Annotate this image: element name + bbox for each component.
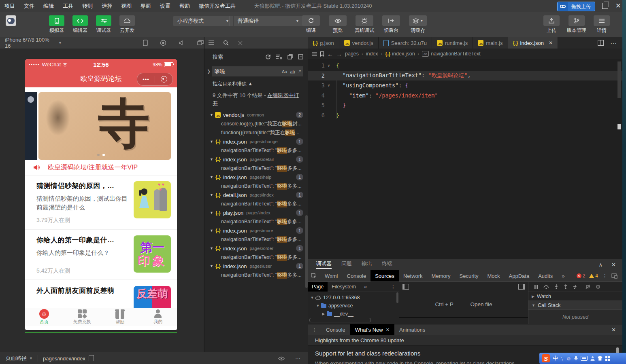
- menu-视图[interactable]: 视图: [117, 0, 136, 12]
- ime-account-icon[interactable]: [590, 356, 595, 361]
- pause-on-exceptions-icon[interactable]: [596, 284, 600, 289]
- split-editor-icon[interactable]: [598, 40, 604, 46]
- devtools-tab-AppData[interactable]: AppData: [505, 270, 534, 281]
- menu-文件[interactable]: 文件: [19, 0, 39, 12]
- ime-toolbar[interactable]: S 中 ’, ☺: [539, 353, 626, 364]
- 切后台-button[interactable]: 切后台: [381, 15, 402, 34]
- hide-sidebar-icon[interactable]: [402, 284, 409, 290]
- sources-tab-»[interactable]: »: [360, 282, 371, 292]
- devtools-tab-Sources[interactable]: Sources: [370, 270, 399, 281]
- collapse-panel-icon[interactable]: ∧: [599, 262, 603, 268]
- show-debugpane-icon[interactable]: [518, 284, 525, 290]
- code-line-5[interactable]: 5}: [308, 100, 622, 110]
- result-file-row[interactable]: ▼{..}index.jsonpages\help1: [204, 173, 308, 182]
- open-in-editor-icon[interactable]: [287, 54, 293, 60]
- sidebar-menu-icon[interactable]: ⋮: [391, 284, 399, 290]
- ime-emoji-icon[interactable]: ☺: [566, 356, 571, 362]
- git-mode-icon[interactable]: [238, 40, 243, 46]
- 详情-button[interactable]: 详情: [592, 15, 611, 34]
- tree-node-__dev__[interactable]: ▶__dev__: [308, 310, 399, 318]
- multi-window-icon[interactable]: [197, 40, 204, 46]
- quiz-card[interactable]: 你给人的第一印象是什… 你给人的第一印象是什么？ 5.42万人在测 第一 印象: [25, 230, 177, 280]
- menu-界面[interactable]: 界面: [136, 0, 155, 12]
- fold-icon[interactable]: ∨: [325, 63, 333, 68]
- result-file-row[interactable]: ▼{..}play.jsonpages\index1: [204, 208, 308, 217]
- announcement-bar[interactable]: 欧皇源码论坛/注册就送一年VIP: [25, 160, 177, 175]
- nav-back-icon[interactable]: ←: [327, 51, 333, 57]
- tree-node-127.0.0.1:65368[interactable]: ▼127.0.0.1:65368: [308, 294, 399, 302]
- copy-path-icon[interactable]: [89, 356, 94, 361]
- scheme-dropdown[interactable]: 小程序模式▼: [173, 16, 233, 26]
- result-match-row[interactable]: console.log(e),{title:"我正在哆啦封...: [204, 119, 308, 128]
- match-case-toggle[interactable]: Aa: [282, 69, 287, 74]
- step-over-icon[interactable]: [543, 285, 549, 289]
- devtools-tab-Mock[interactable]: Mock: [483, 270, 505, 281]
- breadcrumb-item-navigationBarTitleText[interactable]: abnavigationBarTitleText: [422, 51, 481, 57]
- breadcrumb-item-pages[interactable]: pages: [345, 51, 359, 57]
- drawer-tab-Animations[interactable]: Animations: [394, 324, 430, 335]
- ime-keyboard-icon[interactable]: [581, 356, 588, 361]
- result-match-row[interactable]: navigationBarTitleText": "哆啦多多...: [204, 146, 308, 155]
- refresh-results-icon[interactable]: [265, 54, 271, 60]
- tree-vscrollbar[interactable]: [396, 292, 398, 303]
- remote-device-icon[interactable]: [611, 273, 617, 279]
- result-match-row[interactable]: navigationBarTitleText": "哆啦多多...: [204, 199, 308, 208]
- editor-tab-main.js[interactable]: JSmain.js: [473, 37, 508, 49]
- 调试器-button[interactable]: 调试器: [94, 15, 113, 34]
- result-match-row[interactable]: navigationBarTitleText": "哆啦多多...: [204, 235, 308, 244]
- ime-skin-icon[interactable]: [598, 356, 603, 361]
- visibility-icon[interactable]: [278, 356, 285, 361]
- result-match-row[interactable]: navigationBarTitleText": "哆啦多多...: [204, 164, 308, 173]
- user-avatar[interactable]: [6, 15, 16, 26]
- warning-count-badge[interactable]: 4: [589, 273, 598, 279]
- menu-帮助[interactable]: 帮助: [175, 0, 194, 12]
- drawer-menu-icon[interactable]: ⋮: [308, 327, 321, 333]
- devtools-tab-Security[interactable]: Security: [455, 270, 483, 281]
- rotate-device-icon[interactable]: [143, 40, 148, 46]
- quiz-card[interactable]: 外人面前朋友面前反差萌 反差萌 外人 朋友: [25, 280, 177, 308]
- sogou-logo-icon[interactable]: S: [542, 354, 550, 362]
- mute-icon[interactable]: [179, 40, 185, 46]
- 云开发-button[interactable]: 云开发: [117, 15, 137, 34]
- editor-tab-index.json[interactable]: {..}index.json✕: [508, 37, 558, 49]
- code-line-2[interactable]: 2"navigationBarTitleText": "欧皇源码论坛",: [308, 71, 622, 81]
- editor-more-icon[interactable]: ⋯: [610, 39, 617, 47]
- search-input[interactable]: 哆啦 Aa ab .*: [212, 66, 303, 76]
- fold-icon[interactable]: ∨: [325, 83, 333, 87]
- editor-scrollbar[interactable]: [617, 61, 621, 98]
- 版本管理-button[interactable]: 版本管理: [567, 15, 586, 34]
- panel-tab-输出[interactable]: 输出: [362, 260, 372, 269]
- drag-upload-badge[interactable]: 拖拽上传: [557, 2, 595, 11]
- dir-filter-toggle[interactable]: 指定目录和排除 ▲: [204, 76, 308, 87]
- callstack-section[interactable]: ▼Call Stack: [528, 301, 622, 310]
- editor-tab-Search: 32.u7u[interactable]: Search: 32.u7u: [379, 37, 432, 49]
- menu-项目[interactable]: 项目: [0, 0, 19, 12]
- code-line-6[interactable]: 6}: [308, 110, 622, 121]
- close-tab-icon[interactable]: ✕: [549, 40, 553, 46]
- 预览-button[interactable]: 预览: [327, 15, 348, 34]
- breadcrumb-item-index[interactable]: index: [366, 51, 378, 57]
- code-line-1[interactable]: 1∨{: [308, 61, 622, 71]
- window-restore-button[interactable]: [602, 3, 608, 9]
- devtools-tab-»[interactable]: »: [557, 270, 569, 281]
- toggle-replace-icon[interactable]: ❯: [207, 69, 211, 74]
- more-dots-icon[interactable]: •••: [137, 76, 155, 83]
- drawer-tab-What's New[interactable]: What's New✕: [350, 324, 394, 335]
- result-file-row[interactable]: ▼JSvendor.jscommon2: [204, 110, 308, 119]
- tab-帮助[interactable]: 帮助: [101, 308, 139, 326]
- tree-hscrollbar[interactable]: [309, 318, 371, 322]
- code-area[interactable]: 1∨{2"navigationBarTitleText": "欧皇源码论坛",3…: [308, 59, 622, 120]
- window-close-button[interactable]: ✕: [615, 1, 621, 11]
- collapse-all-icon[interactable]: [298, 54, 303, 60]
- quiz-card[interactable]: 猜测情侣吵架的原因，… 猜测情侣吵架的原因，测试出你目前最渴望的是什么 3.79…: [25, 176, 177, 229]
- code-line-4[interactable]: 4"item": "/pages/index/item": [308, 91, 622, 101]
- bookmark-icon[interactable]: [320, 51, 324, 57]
- 上传-button[interactable]: 上传: [542, 15, 561, 34]
- devtools-menu-icon[interactable]: ⋮: [602, 273, 607, 279]
- 模拟器-button[interactable]: 模拟器: [47, 15, 66, 34]
- tree-node-appservice[interactable]: ▼appservice: [308, 302, 399, 310]
- panel-tab-问题[interactable]: 问题: [341, 260, 352, 269]
- result-match-row[interactable]: navigationBarTitleText": "哆啦多多...: [204, 217, 308, 226]
- outline-icon[interactable]: [312, 52, 317, 56]
- step-out-icon[interactable]: [564, 284, 568, 289]
